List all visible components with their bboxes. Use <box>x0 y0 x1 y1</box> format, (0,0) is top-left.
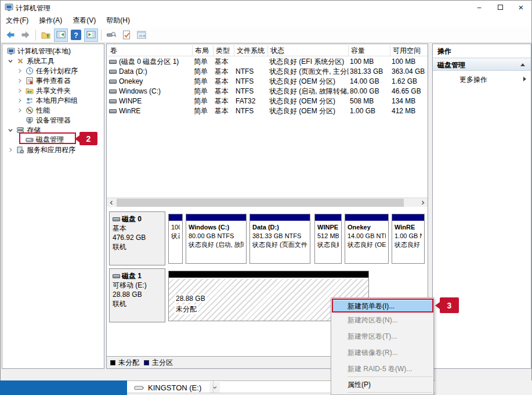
chevron-down-icon[interactable] <box>209 382 220 393</box>
menu-item-new-striped-volume: 新建带区卷(T)... <box>331 331 433 342</box>
clock-icon <box>26 67 34 75</box>
partition-data-d[interactable]: Data (D:)381.33 GB NTFS状态良好 (页面文件, 主分区) <box>249 214 310 264</box>
chevron-right-icon[interactable] <box>16 87 23 94</box>
help-icon[interactable]: ? <box>69 28 83 42</box>
actions-pane-title: 操作 <box>433 44 531 58</box>
action-pane-icon[interactable] <box>84 28 98 42</box>
column-header-volume[interactable]: 卷 <box>108 45 193 56</box>
partition-efi[interactable]: 100 MB状态良好 <box>168 214 183 264</box>
partition-winpe[interactable]: WINPE512 MB FAT32状态良好 (OEM 分区) <box>314 214 342 264</box>
menu-view[interactable]: 查看(V) <box>67 14 101 27</box>
forward-icon[interactable] <box>19 28 32 42</box>
tree-item-event-viewer[interactable]: 事件查看器 <box>2 76 104 86</box>
disk-icon <box>26 136 34 144</box>
horizontal-scrollbar[interactable] <box>107 198 428 207</box>
column-header-status[interactable]: 状态 <box>268 45 349 56</box>
actions-pane: 操作 磁盘管理 更多操作 <box>432 44 531 369</box>
chevron-down-icon[interactable] <box>7 127 14 134</box>
column-header-capacity[interactable]: 容量 <box>349 45 390 56</box>
tools-icon <box>16 57 24 65</box>
services-icon <box>16 146 24 154</box>
disk-icon <box>113 274 120 278</box>
menu-action[interactable]: 操作(A) <box>34 14 67 27</box>
scrollbar-thumb[interactable] <box>117 199 404 207</box>
tree-item-device-manager[interactable]: 设备管理器 <box>2 116 104 125</box>
chevron-right-icon[interactable] <box>16 67 23 74</box>
menu-bar: 文件(F) 操作(A) 查看(V) 帮助(H) <box>1 14 531 27</box>
chevron-right-icon[interactable] <box>16 77 23 84</box>
badge-pointer <box>435 302 440 309</box>
minimize-button[interactable]: – <box>469 1 490 14</box>
chevron-down-icon[interactable] <box>7 58 14 64</box>
window-title: 计算机管理 <box>16 3 50 13</box>
menu-file[interactable]: 文件(F) <box>1 14 34 27</box>
tree-item-shared-folders[interactable]: 共享文件夹 <box>2 86 104 96</box>
users-icon <box>26 96 34 105</box>
tree-item-computer-management[interactable]: 计算机管理(本地) <box>2 46 104 56</box>
event-viewer-icon <box>26 77 34 85</box>
step-3-badge: 3 <box>440 297 459 313</box>
primary-partition-strip <box>315 214 341 221</box>
device-manager-icon <box>26 116 34 124</box>
column-header-layout[interactable]: 布局 <box>193 45 213 56</box>
unallocated-color-swatch <box>110 360 115 365</box>
check-document-icon[interactable] <box>120 28 133 42</box>
scroll-left-icon[interactable] <box>107 198 116 207</box>
menu-item-properties[interactable]: 属性(P) <box>331 379 433 390</box>
column-header-freespace[interactable]: 可用空间 <box>390 45 428 56</box>
disk-management-section-header[interactable]: 磁盘管理 <box>433 58 531 71</box>
menu-separator <box>348 392 432 393</box>
chevron-right-icon[interactable] <box>7 146 14 153</box>
close-button[interactable]: × <box>511 1 531 14</box>
disk-1-label-panel[interactable]: 磁盘 1 可移动 (E:) 28.88 GB 联机 <box>109 268 165 322</box>
collapse-icon[interactable] <box>520 63 525 66</box>
svg-text:?: ? <box>74 31 78 40</box>
more-actions-item[interactable]: 更多操作 <box>433 73 531 86</box>
step-2-badge: 2 <box>79 132 97 145</box>
menu-item-new-raid5-volume: 新建 RAID-5 卷(W)... <box>331 363 433 375</box>
app-icon <box>5 3 13 12</box>
column-header-type[interactable]: 类型 <box>213 45 234 56</box>
background-window-strip: KINGSTON (E:) <box>0 380 532 395</box>
legend-unallocated-label: 未分配 <box>118 358 139 368</box>
storage-icon <box>16 126 24 134</box>
menu-item-new-mirrored-volume: 新建镜像卷(R)... <box>331 347 433 358</box>
maximize-button[interactable] <box>490 1 511 14</box>
primary-partition-strip <box>392 214 424 221</box>
chevron-right-icon[interactable] <box>16 107 23 114</box>
divider <box>213 381 213 393</box>
tree-item-services-applications[interactable]: 服务和应用程序 <box>2 145 104 155</box>
properties-pane-icon[interactable] <box>135 28 149 42</box>
computer-management-window: 计算机管理 – × 文件(F) 操作(A) 查看(V) 帮助(H) ? <box>0 0 532 380</box>
tree-item-performance[interactable]: 性能 <box>2 106 104 116</box>
volume-icon <box>109 109 117 113</box>
tree-item-local-users-groups[interactable]: 本地用户和组 <box>2 96 104 106</box>
partition-windows-c[interactable]: Windows (C:)80.00 GB NTFS状态良好 (启动, 故障转储,… <box>186 214 247 264</box>
disk-0-label-panel[interactable]: 磁盘 0 基本 476.92 GB 联机 <box>109 211 165 265</box>
menu-help[interactable]: 帮助(H) <box>101 14 135 27</box>
usb-drive-icon <box>134 383 144 392</box>
submenu-arrow-icon <box>523 77 526 81</box>
tree-item-system-tools[interactable]: 系统工具 <box>2 56 104 66</box>
computer-icon <box>7 47 15 55</box>
partition-winre[interactable]: WinRE1.00 GB NTFS状态良好 (OEM 分区) <box>392 214 425 264</box>
toolbar-separator <box>101 30 102 41</box>
chevron-right-icon[interactable] <box>16 97 23 104</box>
console-tree-icon[interactable] <box>54 28 68 42</box>
performance-icon <box>26 106 34 114</box>
volume-icon <box>109 80 117 84</box>
menu-item-new-simple-volume[interactable]: 新建简单卷(I)... <box>332 300 432 312</box>
primary-partition-strip <box>169 214 182 221</box>
tree-item-task-scheduler[interactable]: 任务计划程序 <box>2 66 104 76</box>
legend-primary-label: 主分区 <box>152 358 173 368</box>
back-icon[interactable] <box>3 28 17 42</box>
drive-selector-value: KINGSTON (E:) <box>148 383 201 392</box>
primary-color-swatch <box>144 360 149 365</box>
rescan-disks-icon[interactable] <box>104 28 118 42</box>
primary-partition-strip <box>250 214 310 221</box>
drive-selector-combobox[interactable]: KINGSTON (E:) <box>134 382 220 393</box>
partition-onekey[interactable]: Onekey14.00 GB NTFS状态良好 (OEM 分区) <box>345 214 389 264</box>
column-header-filesystem[interactable]: 文件系统 <box>234 45 268 56</box>
folder-up-icon[interactable] <box>39 28 53 42</box>
scroll-right-icon[interactable] <box>418 198 428 207</box>
